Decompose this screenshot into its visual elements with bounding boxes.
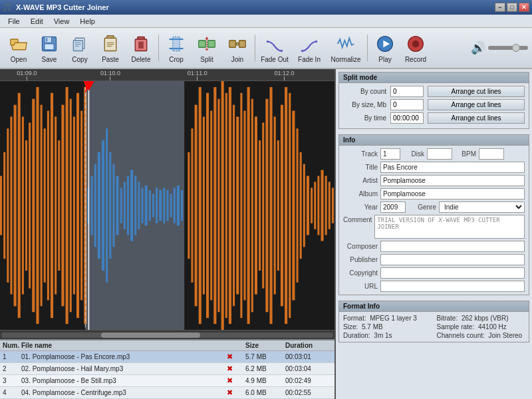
arrange-bycount-btn[interactable]: Arrange cut lines xyxy=(428,86,525,97)
svg-rect-101 xyxy=(225,93,227,318)
fadeout-label: Fade Out xyxy=(261,56,289,63)
album-label: Album xyxy=(343,190,378,198)
waveform-area[interactable] xyxy=(0,81,334,330)
menu-view[interactable]: View xyxy=(49,16,75,27)
genre-select[interactable]: Indie Pop Rock Jazz Classical Electronic… xyxy=(439,201,525,213)
copy-icon xyxy=(69,33,90,55)
bpm-label: BPM xyxy=(458,150,476,158)
minimize-button[interactable]: − xyxy=(495,3,505,12)
copy-button[interactable]: Copy xyxy=(65,30,94,66)
svg-marker-27 xyxy=(205,49,208,51)
join-button[interactable]: Join xyxy=(223,30,252,66)
composer-label: Composer xyxy=(343,243,378,250)
year-input[interactable] xyxy=(380,201,406,213)
table-row[interactable]: 1 01. Pomplamoose - Pas Encore.mp3 ✖ 5.7… xyxy=(0,351,334,363)
row-delete-4[interactable]: ✖ xyxy=(227,388,245,397)
scroll-track[interactable] xyxy=(1,332,333,338)
waveform-svg xyxy=(0,81,334,330)
copyright-input[interactable] xyxy=(380,267,525,279)
col-num: Num. xyxy=(3,342,21,349)
arrange-bysize-btn[interactable]: Arrange cut lines xyxy=(428,99,525,110)
row-filename-4: 04. Pomplamoose - Centrifuge.mp3 xyxy=(21,389,227,396)
composer-input[interactable] xyxy=(380,241,525,252)
svg-rect-60 xyxy=(80,111,82,301)
svg-rect-47 xyxy=(32,99,35,313)
svg-rect-82 xyxy=(156,188,158,223)
crop-label: Crop xyxy=(169,56,184,63)
publisher-input[interactable] xyxy=(380,254,525,265)
row-num-2: 2 xyxy=(3,365,21,372)
menu-file[interactable]: File xyxy=(3,16,25,27)
format-entry: Format: MPEG 1 layer 3 xyxy=(343,315,432,322)
url-input[interactable] xyxy=(380,281,525,292)
paste-button[interactable]: Paste xyxy=(96,30,125,66)
title-row: Title xyxy=(343,162,525,173)
channels-entry: Channels count: Join Stereo xyxy=(437,332,525,339)
disk-input[interactable] xyxy=(427,148,452,160)
samplerate-value: 44100 Hz xyxy=(478,323,507,331)
tracklist-header: Num. File name Size Duration xyxy=(0,340,334,351)
row-delete-2[interactable]: ✖ xyxy=(227,364,245,373)
row-delete-1[interactable]: ✖ xyxy=(227,352,245,361)
copy-label: Copy xyxy=(72,56,87,63)
bytime-input[interactable] xyxy=(390,112,424,124)
svg-rect-70 xyxy=(112,164,114,247)
publisher-row: Publisher xyxy=(343,254,525,265)
arrange-bytime-btn[interactable]: Arrange cut lines xyxy=(428,112,525,124)
record-button[interactable]: Record xyxy=(401,30,430,66)
svg-rect-109 xyxy=(255,116,257,294)
svg-rect-24 xyxy=(208,40,215,47)
svg-rect-87 xyxy=(174,188,176,223)
year-label: Year xyxy=(343,203,378,211)
toolbar-separator-1 xyxy=(158,35,159,61)
split-label: Split xyxy=(200,56,213,63)
ruler-tick-1: 01:09.0 xyxy=(17,70,37,80)
format-value: MPEG 1 layer 3 xyxy=(370,315,417,322)
save-button[interactable]: Save xyxy=(35,30,64,66)
record-icon xyxy=(405,33,426,55)
close-button[interactable]: ✕ xyxy=(519,3,529,12)
svg-rect-42 xyxy=(14,105,17,307)
track-input[interactable] xyxy=(380,148,400,160)
svg-rect-53 xyxy=(55,116,57,294)
split-button[interactable]: Split xyxy=(192,30,221,66)
comment-input[interactable]: TRIAL VERSION OF X-WAVE MP3 CUTTER JOINE… xyxy=(374,215,525,239)
size-label: Size: xyxy=(343,323,358,331)
scroll-thumb[interactable] xyxy=(101,332,201,338)
artist-input[interactable] xyxy=(380,175,525,186)
duration-label: Duration: xyxy=(343,332,370,339)
table-row[interactable]: 4 04. Pomplamoose - Centrifuge.mp3 ✖ 6.0… xyxy=(0,387,334,399)
row-delete-3[interactable]: ✖ xyxy=(227,376,245,385)
open-button[interactable]: Open xyxy=(4,30,33,66)
join-label: Join xyxy=(231,56,243,63)
fadein-button[interactable]: Fade In xyxy=(293,30,326,66)
album-input[interactable] xyxy=(380,188,525,200)
row-duration-1: 00:03:01 xyxy=(285,353,332,360)
maximize-button[interactable]: □ xyxy=(507,3,517,12)
fadeout-button[interactable]: Fade Out xyxy=(258,30,291,66)
title-input[interactable] xyxy=(380,162,525,173)
composer-row: Composer xyxy=(343,241,525,252)
play-button[interactable]: Play xyxy=(370,30,400,66)
svg-rect-102 xyxy=(229,87,231,324)
svg-rect-41 xyxy=(10,116,12,294)
volume-slider[interactable] xyxy=(488,46,528,50)
crop-button[interactable]: Crop xyxy=(162,30,191,66)
svg-rect-89 xyxy=(181,190,183,221)
col-filename: File name xyxy=(21,342,227,349)
bpm-input[interactable] xyxy=(479,148,504,160)
year-genre-row: Year Genre Indie Pop Rock Jazz Classical… xyxy=(343,201,525,213)
menu-edit[interactable]: Edit xyxy=(25,16,49,27)
svg-point-37 xyxy=(412,40,420,47)
ruler-label-1: 01:09.0 xyxy=(17,70,37,76)
table-row[interactable]: 2 02. Pomplamoose - Hail Mary.mp3 ✖ 6.2 … xyxy=(0,363,334,375)
svg-rect-88 xyxy=(177,186,180,226)
delete-button[interactable]: Delete xyxy=(126,30,156,66)
normalize-button[interactable]: Normalize xyxy=(327,30,364,66)
horizontal-scrollbar[interactable] xyxy=(0,330,334,339)
menu-help[interactable]: Help xyxy=(74,16,100,27)
bysize-input[interactable] xyxy=(390,99,424,110)
bycount-input[interactable] xyxy=(390,86,424,97)
table-row[interactable]: 3 03. Pomplamoose - Be Still.mp3 ✖ 4.9 M… xyxy=(0,375,334,387)
svg-rect-22 xyxy=(173,37,180,51)
